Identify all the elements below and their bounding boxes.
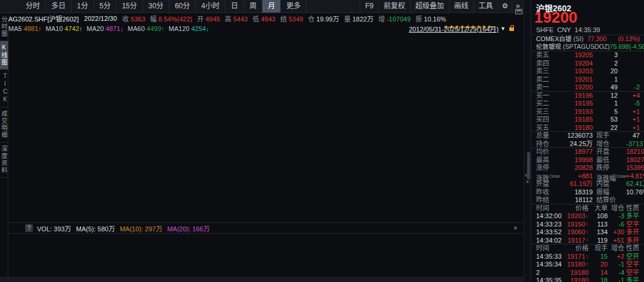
volume-header-segment-3: MA(20): 166万 bbox=[167, 224, 210, 233]
sidebar-tab-2[interactable]: TICK bbox=[0, 70, 8, 107]
order-book-volume: 22 bbox=[593, 124, 618, 132]
order-book-price: 19203 bbox=[560, 67, 593, 76]
trade-nature: 空平 bbox=[624, 261, 639, 269]
quote-field-value: 5443 bbox=[233, 16, 247, 23]
order-book-row[interactable]: 卖四192042 bbox=[531, 60, 644, 68]
ma-value: 4254↓ bbox=[191, 25, 209, 32]
gear-icon[interactable]: ⚙ bbox=[498, 0, 512, 13]
trade-price: 19180 bbox=[567, 261, 586, 269]
quote-field-8: 增-107049 bbox=[378, 14, 410, 23]
order-book-price: 19185 bbox=[560, 116, 593, 124]
trade-time: 14:35:34 bbox=[536, 261, 565, 269]
stat-value: 18319 bbox=[562, 188, 593, 197]
quote-field-value: 4945 bbox=[205, 16, 219, 23]
trade-price-cell: 19060↑ bbox=[565, 228, 589, 237]
toolbar-button-0[interactable]: F9 bbox=[360, 0, 378, 13]
period-tab-0[interactable]: 分时 bbox=[20, 0, 46, 13]
trade-nature: 多平 bbox=[624, 212, 639, 221]
trade-time: 14:35:33 bbox=[536, 253, 565, 261]
stat-row: 涨跌Close+881涨跌幅Close+4.81% bbox=[531, 172, 644, 181]
trade-header-cell: 价格 bbox=[565, 204, 589, 213]
quote-field-1: 幅8.54%(422) bbox=[150, 14, 193, 23]
stat-label: 持仓 bbox=[536, 140, 562, 148]
period-tab-11[interactable]: 更多 bbox=[281, 0, 306, 13]
sidebar-tab-1[interactable]: K线图 bbox=[0, 41, 8, 70]
period-tab-4[interactable]: 15分 bbox=[116, 0, 143, 13]
toolbar-button-4[interactable]: 工具 bbox=[473, 0, 498, 13]
period-tab-2[interactable]: 1分 bbox=[72, 0, 94, 13]
stat-value: 1236073 bbox=[562, 132, 593, 140]
reference-code: (SI) bbox=[574, 35, 584, 44]
period-tab-5[interactable]: 30分 bbox=[143, 0, 169, 13]
order-book-price: 19205 bbox=[560, 51, 593, 60]
order-book-row[interactable]: 卖二192011 bbox=[531, 76, 644, 84]
order-book-level: 买四 bbox=[536, 116, 560, 124]
stat-label: 昨收 bbox=[536, 188, 562, 197]
candlestick-chart[interactable] bbox=[8, 33, 524, 222]
volume-chart[interactable] bbox=[8, 234, 524, 277]
volume-chart-wrap bbox=[8, 234, 524, 277]
period-tab-9[interactable]: 周 bbox=[244, 0, 262, 13]
trade-time: 14:35:35 bbox=[536, 277, 565, 282]
left-view-sidebar: 分时图K线图TICK成交明细深度资料 bbox=[0, 13, 8, 277]
horizontal-scrollbar[interactable] bbox=[0, 277, 524, 282]
trade-price: 19171 bbox=[567, 253, 586, 261]
period-tab-3[interactable]: 5分 bbox=[94, 0, 117, 13]
vertical-scrollbar-thumb[interactable] bbox=[527, 152, 530, 179]
help-icon[interactable]: ? bbox=[25, 224, 33, 232]
stat-label: 外盘 bbox=[536, 180, 562, 188]
order-book-row[interactable]: 卖一1920049-2 bbox=[531, 83, 644, 92]
close-strip-icon[interactable]: × bbox=[526, 179, 529, 185]
trade-row: 14:34:0219117↑119+51多开 bbox=[531, 237, 644, 245]
stat-label: 总量 bbox=[536, 132, 562, 140]
order-book-delta: -5 bbox=[618, 100, 640, 108]
period-tab-1[interactable]: 多日 bbox=[46, 0, 72, 13]
ma-values: MA54881↑MA104742↑MA204871↓MA604499↑MA120… bbox=[8, 25, 213, 32]
stat-label: 最低 bbox=[593, 156, 626, 165]
trade-volume: 14 bbox=[589, 269, 608, 277]
sidebar-tab-3[interactable]: 成交明细 bbox=[0, 107, 8, 142]
period-tab-6[interactable]: 60分 bbox=[169, 0, 196, 13]
chevron-down-icon[interactable]: ▼ bbox=[500, 26, 506, 32]
stat-row: 均价18977开盘18210 bbox=[531, 148, 644, 156]
quote-field-label: 低 bbox=[252, 16, 259, 23]
trade-delta: -3 bbox=[608, 212, 624, 221]
period-tab-10[interactable]: 月 bbox=[262, 0, 281, 13]
stat-label: 振幅 bbox=[593, 188, 626, 197]
trade-time: 14:33:23 bbox=[536, 221, 565, 229]
quote-field-3: 高5443 bbox=[225, 14, 247, 23]
quote-panel-body: COMEX白银(SI)77.300(0.13%)伦敦银现(SPTAGUSDOZ)… bbox=[531, 35, 644, 282]
stat-value bbox=[626, 196, 640, 204]
order-book-row[interactable]: 买五1918022+1 bbox=[531, 124, 644, 132]
order-book-level: 买二 bbox=[536, 100, 560, 108]
trade-price-cell: 19171↑ bbox=[565, 253, 589, 261]
trade-header-cell: 大单 bbox=[589, 204, 608, 213]
stat-value: 62.41万 bbox=[626, 180, 644, 188]
toolbar-button-1[interactable]: 前复权 bbox=[378, 0, 410, 13]
stat-label: 跌停 bbox=[593, 164, 626, 172]
order-book-row[interactable]: 买三191935+1 bbox=[531, 108, 644, 116]
stat-row: 昨收18319振幅10.76% bbox=[531, 188, 644, 197]
quote-field-value: 5349 bbox=[289, 16, 303, 23]
sidebar-tab-0[interactable]: 分时图 bbox=[0, 13, 8, 41]
close-icon[interactable]: × bbox=[513, 224, 518, 233]
sidebar-tab-4[interactable]: 深度资料 bbox=[0, 142, 8, 178]
order-book-row[interactable]: 买二191951-5 bbox=[531, 100, 644, 108]
toolbar-button-2[interactable]: 超级叠加 bbox=[410, 0, 449, 13]
trade-volume: 108 bbox=[589, 212, 608, 221]
trade-row: 14:35:3319171↑15+2空开 bbox=[531, 253, 644, 261]
quote-field-label: 收 bbox=[122, 16, 129, 23]
order-book-row[interactable]: 卖五192053 bbox=[531, 51, 644, 60]
lock-icon[interactable] bbox=[509, 27, 514, 31]
order-book-row[interactable]: 买四1918553+1 bbox=[531, 116, 644, 124]
order-book-volume: 1 bbox=[593, 100, 618, 108]
toolbar-button-3[interactable]: 画线 bbox=[449, 0, 473, 13]
period-tab-8[interactable]: 日 bbox=[225, 0, 244, 13]
panel-edge-strip: » × bbox=[524, 0, 531, 282]
quote-field-label: 幅 bbox=[150, 16, 157, 23]
period-tab-7[interactable]: 4小时 bbox=[196, 0, 225, 13]
stat-row: 昨结18112结算价 bbox=[531, 196, 644, 204]
order-book-row[interactable]: 买一1919612+4 bbox=[531, 92, 644, 100]
order-book-row[interactable]: 卖三1920320 bbox=[531, 67, 644, 76]
stat-row: 外盘61.19万内盘62.41万 bbox=[531, 180, 644, 188]
